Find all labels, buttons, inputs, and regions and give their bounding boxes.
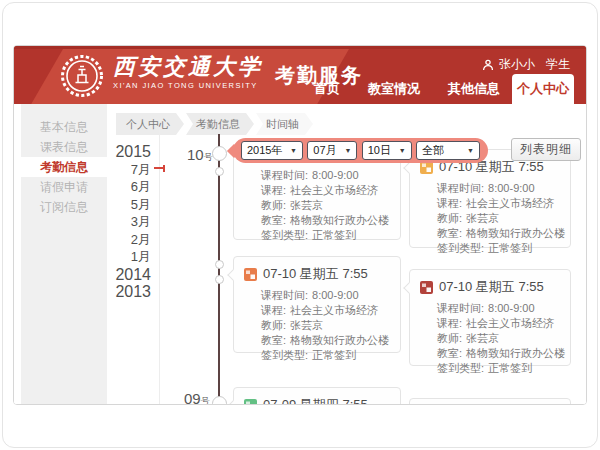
university-name-cn: 西安交通大学 (113, 54, 263, 80)
card-field: 教室:格物致知行政办公楼 (437, 346, 562, 361)
field-label: 课程时间: (261, 288, 308, 303)
university-name-en: XI'AN JIAO TONG UNIVERSITY (113, 81, 263, 90)
chevron-down-icon: ▼ (290, 147, 297, 154)
field-value: 社会主义市场经济 (466, 196, 554, 211)
card-field: 课程:社会主义市场经济 (261, 303, 392, 318)
attendance-type-icon (244, 268, 257, 281)
card-body: 课程时间:8:00-9:00 课程:社会主义市场经济 教师:张芸京 教室:格物致… (410, 298, 570, 382)
breadcrumb-timeline[interactable]: 时间轴 (256, 113, 313, 135)
user-account[interactable]: 张小小 学生 (482, 56, 570, 73)
month-dropdown-value: 07月 (313, 143, 336, 158)
year-dropdown-value: 2015年 (247, 143, 282, 158)
year-dropdown[interactable]: 2015年▼ (241, 141, 303, 160)
user-name: 张小小 (499, 56, 535, 73)
card-field: 签到类型:正常签到 (437, 241, 562, 256)
breadcrumb-personal-center[interactable]: 个人中心 (116, 113, 184, 135)
field-value: 社会主义市场经济 (290, 303, 378, 318)
nav-item-other-info[interactable]: 其他信息 (448, 80, 500, 98)
timeline-nav-2014[interactable]: 2014 (108, 266, 151, 284)
field-value: 8:00-9:00 (488, 301, 534, 316)
field-label: 教室: (261, 213, 286, 228)
field-value: 格物致知行政办公楼 (466, 226, 565, 241)
card-header: 07-10 星期五 7:55 (234, 257, 400, 285)
sidebar-item-leave-request[interactable]: 请假申请 (21, 177, 107, 197)
card-body: 课程时间:8:00-9:00 课程:社会主义市场经济 教师:张芸京 教室:格物致… (410, 178, 570, 262)
timeline-nav-2013[interactable]: 2013 (108, 283, 151, 301)
field-value: 8:00-9:00 (488, 181, 534, 196)
field-label: 签到类型: (261, 228, 308, 243)
timeline-node (215, 167, 224, 176)
sidebar-item-basic-info[interactable]: 基本信息 (21, 117, 107, 137)
nav-item-classrooms[interactable]: 教室情况 (368, 80, 420, 98)
timeline-nav-june[interactable]: 6月 (108, 178, 151, 196)
card-field: 课程时间:8:00-9:00 (261, 168, 392, 183)
field-value: 正常签到 (312, 228, 356, 243)
sidebar-item-attendance-info[interactable]: 考勤信息 (21, 157, 107, 177)
chevron-down-icon: ▼ (467, 147, 474, 154)
card-field: 课程:社会主义市场经济 (437, 316, 562, 331)
day-marker-10: 10号 (187, 146, 213, 164)
card-field: 签到类型:正常签到 (437, 361, 562, 376)
timeline-year-nav: 2015 7月 6月 5月 3月 2月 1月 2014 2013 (108, 143, 151, 301)
card-field: 教师:张芸京 (261, 318, 392, 333)
content-area: 基本信息 课表信息 考勤信息 请假申请 订阅信息 个人中心 考勤信息 时间轴 2… (14, 104, 586, 404)
month-dropdown[interactable]: 07月▼ (307, 141, 357, 160)
list-detail-button[interactable]: 列表明细 (511, 138, 581, 161)
type-dropdown-value: 全部 (422, 143, 444, 158)
field-label: 课程时间: (437, 181, 484, 196)
field-label: 教师: (261, 318, 286, 333)
timeline-nav-march[interactable]: 3月 (108, 213, 151, 231)
field-label: 教室: (261, 333, 286, 348)
nav-item-home[interactable]: 首页 (314, 80, 340, 98)
header-top-strip (14, 46, 586, 49)
field-label: 课程: (437, 316, 462, 331)
day-dropdown[interactable]: 10日▼ (362, 141, 412, 160)
card-date-title: 07-10 星期五 7:55 (439, 278, 544, 296)
day-number: 09 (184, 390, 201, 404)
field-value: 8:00-9:00 (312, 168, 358, 183)
timeline-nav-2015[interactable]: 2015 (108, 143, 151, 161)
card-field: 课程时间:8:00-9:00 (437, 181, 562, 196)
field-value: 社会主义市场经济 (466, 316, 554, 331)
main-nav: 首页 教室情况 其他信息 (314, 74, 500, 104)
field-value: 张芸京 (466, 211, 499, 226)
field-value: 格物致知行政办公楼 (466, 346, 565, 361)
sidebar-item-subscription-info[interactable]: 订阅信息 (21, 197, 107, 217)
sidebar-item-schedule-info[interactable]: 课表信息 (21, 137, 107, 157)
timeline-node (215, 260, 224, 269)
current-month-marker (154, 165, 165, 172)
breadcrumb-attendance-info[interactable]: 考勤信息 (186, 113, 254, 135)
timeline-node-day09 (212, 396, 227, 404)
timeline-nav-may[interactable]: 5月 (108, 196, 151, 214)
attendance-card: 07-10 星期五 7:55 课程时间:8:00-9:00 课程:社会主义市场经… (409, 269, 571, 366)
field-label: 教室: (437, 346, 462, 361)
app-window: 西安交通大学 XI'AN JIAO TONG UNIVERSITY 考勤服务 张… (13, 45, 587, 405)
card-field: 教室:格物致知行政办公楼 (261, 333, 392, 348)
card-field: 课程:社会主义市场经济 (437, 196, 562, 211)
card-field: 签到类型:正常签到 (261, 348, 392, 363)
chevron-down-icon: ▼ (399, 147, 406, 154)
field-label: 教师: (261, 198, 286, 213)
field-label: 课程: (261, 183, 286, 198)
chevron-down-icon: ▼ (344, 147, 351, 154)
card-field: 教师:张芸京 (437, 211, 562, 226)
type-dropdown[interactable]: 全部▼ (416, 141, 480, 160)
sidebar-menu: 基本信息 课表信息 考勤信息 请假申请 订阅信息 (21, 104, 107, 404)
card-body: 课程时间:8:00-9:00 课程:社会主义市场经济 教师:张芸京 教室:格物致… (234, 285, 400, 369)
attendance-card-partial (409, 398, 571, 404)
attendance-card: 07-09 星期四 7:55 (233, 387, 401, 404)
card-field: 课程时间:8:00-9:00 (437, 301, 562, 316)
filter-bar: 2015年▼ 07月▼ 10日▼ 全部▼ (233, 138, 488, 163)
timeline-nav-february[interactable]: 2月 (108, 231, 151, 249)
field-value: 格物致知行政办公楼 (290, 213, 389, 228)
timeline-nav-january[interactable]: 1月 (108, 248, 151, 266)
field-value: 张芸京 (290, 318, 323, 333)
field-value: 正常签到 (488, 361, 532, 376)
card-field: 教师:张芸京 (261, 198, 392, 213)
person-icon (482, 59, 494, 71)
timeline-nav-july[interactable]: 7月 (108, 161, 151, 179)
field-label: 签到类型: (437, 361, 484, 376)
timeline-node (215, 275, 224, 284)
filter-bar-arrow (227, 144, 241, 158)
nav-tab-personal-center[interactable]: 个人中心 (512, 74, 574, 104)
